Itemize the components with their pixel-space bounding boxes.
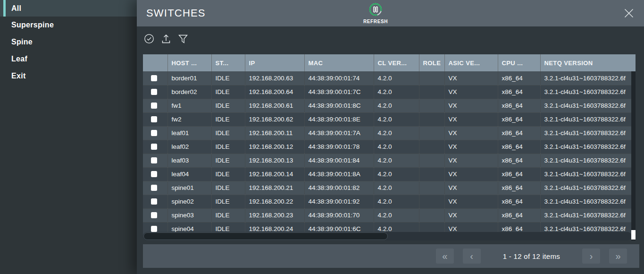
cell-cpu: x86_64 (498, 195, 540, 208)
column-header-asic-ve[interactable]: ASIC VE... (444, 54, 498, 71)
sidebar-item-superspine[interactable]: Superspine (0, 17, 137, 34)
row-checkbox[interactable] (151, 130, 157, 136)
table-header-row: HOST ...ST...IPMACCL VER...ROLEASIC VE..… (143, 54, 636, 71)
cell-state: IDLE (211, 99, 245, 112)
cell-role (419, 99, 444, 112)
sidebar-item-exit[interactable]: Exit (0, 68, 137, 85)
column-header-cpu[interactable]: CPU ... (498, 54, 540, 71)
row-checkbox[interactable] (151, 185, 157, 191)
cell-state: IDLE (211, 126, 245, 140)
column-header-ip[interactable]: IP (245, 54, 304, 71)
cell-ip: 192.168.200.64 (245, 85, 304, 99)
next-page-button[interactable]: › (582, 248, 600, 264)
sidebar-item-leaf[interactable]: Leaf (0, 51, 137, 68)
pagination-info: 1 - 12 of 12 items (503, 252, 560, 260)
cell-asic-vendor: VX (444, 112, 498, 126)
cell-mac: 44:38:39:00:01:7C (304, 85, 374, 99)
cell-cpu: x86_64 (498, 126, 540, 140)
cell-asic-vendor: VX (444, 71, 498, 85)
row-checkbox[interactable] (151, 212, 157, 218)
row-checkbox[interactable] (151, 116, 157, 122)
table-row[interactable]: leaf01IDLE192.168.200.1144:38:39:00:01:7… (143, 126, 636, 140)
cell-netq-version: 3.2.1-cl4u31~1603788322.6f (540, 112, 636, 126)
row-checkbox[interactable] (151, 226, 157, 232)
checkbox-cell (143, 99, 167, 112)
previous-page-button[interactable]: ‹ (463, 248, 481, 264)
cell-state: IDLE (211, 195, 245, 208)
column-header-mac[interactable]: MAC (304, 54, 374, 71)
cell-mac: 44:38:39:00:01:8E (304, 112, 374, 126)
export-button[interactable] (160, 33, 172, 46)
cell-cl-version: 4.2.0 (374, 154, 419, 167)
column-header-host[interactable]: HOST ... (167, 54, 211, 71)
cell-hostname: leaf02 (167, 140, 211, 154)
row-checkbox[interactable] (151, 103, 157, 109)
cell-cpu: x86_64 (498, 140, 540, 154)
cell-asic-vendor: VX (444, 195, 498, 208)
table-row[interactable]: spine02IDLE192.168.200.2244:38:39:00:01:… (143, 195, 636, 208)
close-icon (622, 13, 636, 21)
cell-cl-version: 4.2.0 (374, 99, 419, 112)
column-header-cl-ver[interactable]: CL VER... (374, 54, 419, 71)
double-chevron-left-icon: « (442, 249, 447, 263)
column-header-role[interactable]: ROLE (419, 54, 444, 71)
checkbox-cell (143, 154, 167, 167)
checkbox-cell (143, 181, 167, 195)
cell-cpu: x86_64 (498, 99, 540, 112)
cell-asic-vendor: VX (444, 167, 498, 181)
cell-ip: 192.168.200.62 (245, 112, 304, 126)
cell-mac: 44:38:39:00:01:92 (304, 195, 374, 208)
column-header-netq-version[interactable]: NETQ VERSION (540, 54, 636, 71)
sidebar: AllSuperspineSpineLeafExit (0, 0, 137, 274)
row-checkbox[interactable] (151, 157, 157, 163)
check-circle-icon (143, 33, 155, 46)
table-row[interactable]: spine01IDLE192.168.200.2144:38:39:00:01:… (143, 181, 636, 195)
row-checkbox[interactable] (151, 75, 157, 81)
cell-role (419, 181, 444, 195)
cell-ip: 192.168.200.22 (245, 195, 304, 208)
select-all-button[interactable] (143, 33, 155, 46)
cell-cl-version: 4.2.0 (374, 181, 419, 195)
switch-management-screen: AllSuperspineSpineLeafExit SWITCHES REFR… (0, 0, 644, 274)
table-row[interactable]: fw2IDLE192.168.200.6244:38:39:00:01:8E4.… (143, 112, 636, 126)
double-chevron-right-icon: » (615, 249, 620, 263)
table-row[interactable]: fw1IDLE192.168.200.6144:38:39:00:01:8C4.… (143, 99, 636, 112)
checkbox-cell (143, 85, 167, 99)
sidebar-item-all[interactable]: All (0, 0, 137, 17)
filter-icon (178, 33, 188, 46)
cell-state: IDLE (211, 167, 245, 181)
table-row[interactable]: border02IDLE192.168.200.6444:38:39:00:01… (143, 85, 636, 99)
vertical-scrollbar-thumb[interactable] (631, 230, 636, 240)
table-row[interactable]: border01IDLE192.168.200.6344:38:39:00:01… (143, 71, 636, 85)
horizontal-scrollbar-thumb[interactable] (143, 232, 388, 240)
row-checkbox[interactable] (151, 171, 157, 177)
column-header-st[interactable]: ST... (211, 54, 245, 71)
cell-netq-version: 3.2.1-cl4u31~1603788322.6f (540, 195, 636, 208)
cell-hostname: spine02 (167, 195, 211, 208)
cell-hostname: border02 (167, 85, 211, 99)
cell-cl-version: 4.2.0 (374, 208, 419, 222)
cell-hostname: leaf04 (167, 167, 211, 181)
row-checkbox[interactable] (151, 89, 157, 95)
horizontal-scrollbar[interactable] (143, 232, 632, 240)
refresh-button[interactable]: REFRESH (363, 2, 388, 24)
vertical-scrollbar[interactable] (631, 71, 636, 240)
column-header-select[interactable] (143, 54, 167, 71)
checkbox-cell (143, 112, 167, 126)
cell-state: IDLE (211, 71, 245, 85)
filter-button[interactable] (177, 33, 189, 46)
close-button[interactable] (622, 7, 636, 20)
table-row[interactable]: leaf02IDLE192.168.200.1244:38:39:00:01:7… (143, 140, 636, 154)
row-checkbox[interactable] (151, 198, 157, 205)
table-row[interactable]: leaf03IDLE192.168.200.1344:38:39:00:01:8… (143, 154, 636, 167)
cell-role (419, 71, 444, 85)
cell-role (419, 85, 444, 99)
first-page-button[interactable]: « (436, 248, 454, 264)
cell-role (419, 154, 444, 167)
table-row[interactable]: spine03IDLE192.168.200.2344:38:39:00:01:… (143, 208, 636, 222)
sidebar-item-spine[interactable]: Spine (0, 34, 137, 51)
table-row[interactable]: leaf04IDLE192.168.200.1444:38:39:00:01:8… (143, 167, 636, 181)
cell-ip: 192.168.200.23 (245, 208, 304, 222)
row-checkbox[interactable] (151, 144, 157, 150)
last-page-button[interactable]: » (609, 248, 627, 264)
